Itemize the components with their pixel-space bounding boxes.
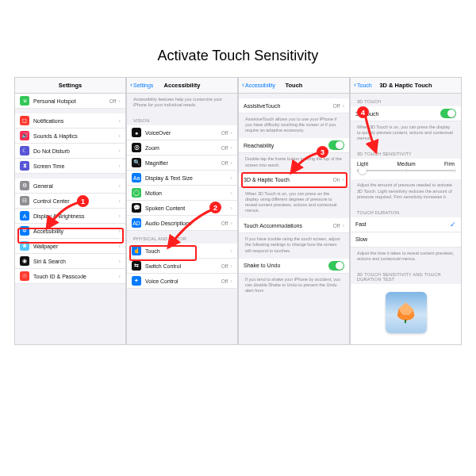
app-icon: 🔊: [20, 131, 29, 140]
slider-knob[interactable]: [359, 167, 367, 175]
settings-row-display-brightness[interactable]: A Display & Brightness ›: [15, 209, 125, 224]
feature-icon: ☝: [132, 246, 141, 255]
sensitivity-slider[interactable]: [357, 170, 455, 171]
settings-row-wallpaper[interactable]: ❀ Wallpaper ›: [15, 239, 125, 254]
callout-3: 3: [317, 146, 328, 158]
chevron-right-icon: ›: [342, 222, 344, 229]
row-slow[interactable]: Slow: [351, 232, 461, 248]
row-shake-to-undo[interactable]: Shake to Undo: [239, 259, 349, 274]
panel-3d-haptic: ‹Touch 3D & Haptic Touch 3D TOUCH 3D Tou…: [350, 77, 462, 345]
back-to-settings[interactable]: ‹Settings: [127, 82, 153, 89]
row-label: Touch: [145, 248, 230, 254]
test-image-tile[interactable]: [386, 292, 427, 333]
row-label: Motion: [145, 190, 230, 196]
back-to-touch[interactable]: ‹Touch: [351, 82, 372, 89]
row-label: Siri & Search: [33, 259, 118, 264]
row-label: Touch ID & Passcode: [33, 274, 118, 279]
settings-row-control-center[interactable]: ⊟ Control Center ›: [15, 194, 125, 209]
row-label: Display & Brightness: [33, 213, 118, 219]
row-fast[interactable]: Fast ✓: [351, 217, 461, 232]
row-label: Do Not Disturb: [33, 148, 118, 154]
row-assistivetouch[interactable]: AssistiveTouch Off ›: [239, 98, 349, 113]
row-3d-haptic-touch[interactable]: 3D & Haptic Touch On ›: [239, 173, 349, 188]
flower-icon: [397, 302, 415, 323]
row-label: Wallpaper: [33, 244, 118, 249]
row-value: Off: [221, 160, 228, 166]
header-title: Settings: [15, 82, 125, 89]
a11y-row-magnifier[interactable]: 🔍 Magnifier Off ›: [127, 155, 237, 171]
a11y-row-switch-control[interactable]: ⇆ Switch Control Off ›: [127, 259, 237, 274]
settings-row-touch-id-passcode[interactable]: ☉ Touch ID & Passcode ›: [15, 269, 125, 284]
chevron-right-icon: ›: [118, 117, 121, 125]
row-reachability[interactable]: Reachability: [239, 138, 349, 153]
toggle-reachability[interactable]: [328, 140, 344, 150]
feature-icon: Aa: [132, 173, 141, 182]
feature-icon: ●: [132, 128, 141, 137]
row-value: Off: [221, 263, 228, 269]
app-icon: ⧗: [20, 161, 29, 171]
chevron-right-icon: ›: [230, 159, 232, 167]
3d-touch-desc: When 3D Touch is on, you can press the d…: [351, 121, 461, 146]
settings-row-accessibility[interactable]: ✲ Accessibility ›: [15, 224, 125, 239]
settings-row-screen-time[interactable]: ⧗ Screen Time ›: [15, 159, 125, 174]
panel-accessibility: ‹Settings Accessibility Accessibility fe…: [126, 77, 238, 345]
feature-icon: ⇆: [132, 261, 141, 271]
group-vision: VISION: [127, 113, 237, 125]
row-value: Off: [221, 130, 228, 136]
a11y-row-voice-control[interactable]: ✦ Voice Control Off ›: [127, 274, 237, 289]
chevron-left-icon: ‹: [130, 82, 132, 89]
app-icon: ◉: [20, 256, 29, 266]
settings-row-do-not-disturb[interactable]: ☾ Do Not Disturb ›: [15, 144, 125, 159]
a11y-row-zoom[interactable]: ⦿ Zoom Off ›: [127, 140, 237, 155]
a11y-row-motion[interactable]: ◯ Motion ›: [127, 186, 237, 201]
accessibility-intro: Accessibility features help you customiz…: [127, 94, 237, 113]
row-touch-accommodations[interactable]: Touch Accommodations Off ›: [239, 218, 349, 233]
sensitivity-desc: Adjust the amount of pressure needed to …: [351, 179, 461, 204]
header-3d-haptic: ‹Touch 3D & Haptic Touch: [351, 78, 461, 94]
chevron-right-icon: ›: [118, 273, 121, 280]
row-label: Display & Text Size: [145, 175, 230, 181]
row-label: Audio Descriptions: [145, 221, 221, 226]
chevron-right-icon: ›: [118, 213, 121, 220]
a11y-row-display-text-size[interactable]: Aa Display & Text Size ›: [127, 171, 237, 186]
row-label: Accessibility: [33, 228, 118, 234]
row-label: Control Center: [33, 198, 118, 204]
row-value: Off: [221, 145, 228, 151]
chevron-right-icon: ›: [342, 176, 344, 183]
chevron-right-icon: ›: [230, 263, 232, 270]
feature-icon: 💬: [132, 203, 141, 213]
shake-desc: If you tend to shake your iPhone by acci…: [239, 274, 349, 298]
row-label: General: [33, 183, 118, 189]
assistivetouch-desc: AssistiveTouch allows you to use your iP…: [239, 113, 349, 138]
app-icon: ⚙: [20, 181, 29, 190]
row-label: Notifications: [33, 118, 118, 124]
panel-touch: ‹Accessibility Touch AssistiveTouch Off …: [238, 77, 350, 345]
row-label: Personal Hotspot: [33, 98, 109, 104]
feature-icon: 🔍: [132, 158, 141, 167]
toggle-shake[interactable]: [328, 261, 344, 271]
app-icon: ◻: [20, 116, 29, 125]
settings-row-general[interactable]: ⚙ General ›: [15, 174, 125, 194]
callout-4: 4: [357, 106, 369, 118]
a11y-row-touch[interactable]: ☝ Touch ›: [127, 244, 237, 259]
app-icon: ☾: [20, 146, 29, 155]
a11y-row-voiceover[interactable]: ● VoiceOver Off ›: [127, 125, 237, 140]
a11y-row-audio-descriptions[interactable]: AD Audio Descriptions Off ›: [127, 216, 237, 231]
row-label: Sounds & Haptics: [33, 133, 118, 139]
settings-row-siri-search[interactable]: ◉ Siri & Search ›: [15, 254, 125, 269]
chevron-right-icon: ›: [118, 228, 121, 235]
chevron-right-icon: ›: [230, 175, 232, 182]
row-label: Magnifier: [145, 160, 221, 166]
duration-desc: Adjust the time it takes to reveal conte…: [351, 248, 461, 267]
settings-row-sounds-haptics[interactable]: 🔊 Sounds & Haptics ›: [15, 129, 125, 144]
settings-row-personal-hotspot[interactable]: ⊍ Personal Hotspot Off ›: [15, 94, 125, 109]
chevron-left-icon: ‹: [354, 82, 356, 89]
page-title: Activate Touch Sensitivity: [14, 48, 462, 64]
back-to-accessibility[interactable]: ‹Accessibility: [239, 82, 275, 89]
settings-row-notifications[interactable]: ◻ Notifications ›: [15, 109, 125, 129]
feature-icon: AD: [132, 218, 141, 228]
chevron-right-icon: ›: [118, 148, 121, 155]
toggle-3d-touch[interactable]: [440, 109, 456, 118]
row-label: Voice Control: [145, 278, 221, 284]
row-value: Off: [221, 221, 228, 226]
